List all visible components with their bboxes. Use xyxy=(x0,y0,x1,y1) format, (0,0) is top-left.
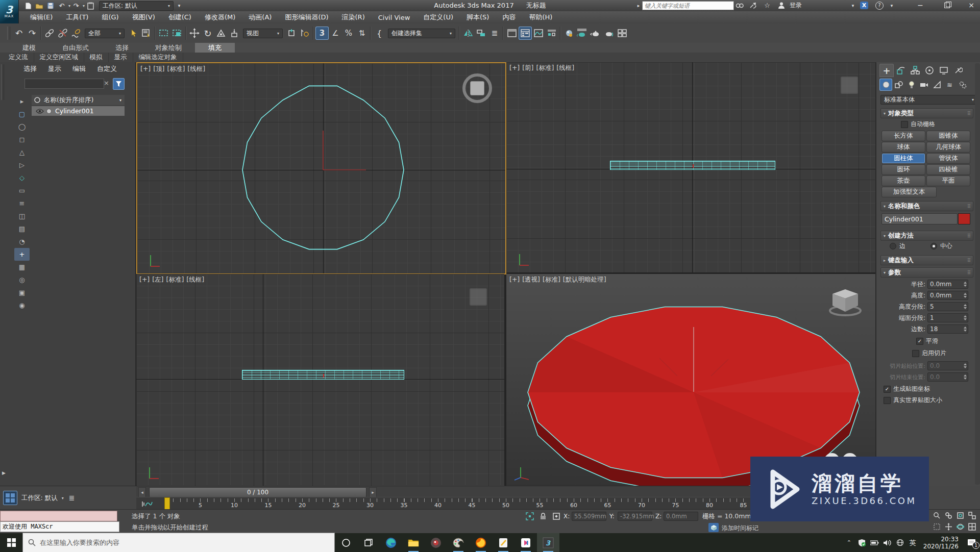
align-icon[interactable] xyxy=(475,27,488,40)
time-tag-cube-icon[interactable] xyxy=(708,523,719,532)
mirror-icon[interactable] xyxy=(461,27,475,40)
hierarchy-tab[interactable] xyxy=(908,64,922,77)
viewport-menu-plus[interactable]: [+] xyxy=(140,65,151,72)
viewport-top[interactable]: [+][顶][标准][线框] xyxy=(136,62,506,274)
viewport-menu-plus[interactable]: [+] xyxy=(509,275,520,283)
select-and-rotate-icon[interactable]: ↻ xyxy=(201,27,214,40)
notes-app-icon[interactable] xyxy=(492,533,514,552)
menu-item[interactable]: 视图(V) xyxy=(126,11,162,23)
viewport-shading[interactable]: [线框] xyxy=(187,65,205,72)
modify-tab[interactable] xyxy=(894,64,908,77)
manage-layers-icon[interactable]: ≣ xyxy=(488,27,501,40)
motion-tab[interactable] xyxy=(922,64,937,77)
undo-icon[interactable]: ↶ xyxy=(12,27,26,40)
spinner-arrows[interactable] xyxy=(963,281,967,287)
help-icon[interactable]: ? xyxy=(874,1,885,10)
maxscript-mini-listener-pink[interactable] xyxy=(0,511,117,521)
explorer-toolbar-icon[interactable]: ▦ xyxy=(14,261,30,273)
pyramid-button[interactable]: 四棱锥 xyxy=(926,164,970,175)
rendered-frame-window-icon[interactable] xyxy=(589,27,602,40)
viewport-shading[interactable]: [线框] xyxy=(556,64,574,71)
help-caret[interactable]: ▾ xyxy=(886,1,897,10)
unlink-selection-icon[interactable] xyxy=(56,27,69,40)
tube-button[interactable]: 管状体 xyxy=(926,153,970,164)
search-filter-icon[interactable] xyxy=(113,78,125,90)
exchange-apps-icon[interactable]: X xyxy=(857,1,871,10)
explorer-dock-grip[interactable] xyxy=(1,64,4,100)
edge-radio[interactable]: 边 xyxy=(890,242,905,250)
ime-indicator[interactable]: 英 xyxy=(906,533,919,552)
render-production-icon[interactable] xyxy=(602,27,616,40)
viewport-perspective[interactable]: [+][透视][标准][默认明暗处理] xyxy=(506,274,875,486)
teapot-button[interactable]: 茶壶 xyxy=(881,175,925,186)
time-slider[interactable]: 0 / 100 xyxy=(149,487,366,497)
edit-named-selection-sets-icon[interactable]: { xyxy=(373,27,386,40)
security-shield-icon[interactable] xyxy=(855,533,868,552)
explorer-toolbar-icon[interactable]: ▷ xyxy=(14,159,30,171)
spinner-snap-icon[interactable]: ⇅ xyxy=(355,27,369,40)
angle-snap-icon[interactable]: ∠ xyxy=(329,27,342,40)
battery-icon[interactable] xyxy=(868,533,881,552)
shapes-category-icon[interactable] xyxy=(892,79,905,91)
name-color-rollout[interactable]: ▾名称和颜色⠿ xyxy=(880,201,973,211)
viewport-shading[interactable]: [默认明暗处理] xyxy=(563,275,606,283)
menu-item[interactable]: 编辑(E) xyxy=(23,11,59,23)
rectangular-selection-region-icon[interactable] xyxy=(157,27,170,40)
menu-item[interactable]: 渲染(R) xyxy=(335,11,372,23)
signin-caret[interactable]: ▾ xyxy=(847,1,859,10)
zoom-extents-all-icon[interactable] xyxy=(966,510,978,521)
menu-item[interactable]: 修改器(M) xyxy=(198,11,242,23)
next-frame-button[interactable]: ▸ xyxy=(369,487,377,497)
explorer-toolbar-icon[interactable]: ◇ xyxy=(14,171,30,184)
explorer-menu-item[interactable]: 选择 xyxy=(23,64,37,73)
viewcube[interactable] xyxy=(462,73,492,103)
redo-icon[interactable]: ↷ xyxy=(26,27,39,40)
ribbon-subtab[interactable]: 编辑选定对象 xyxy=(133,53,183,62)
smooth-checkbox[interactable]: ✓平滑 xyxy=(916,337,938,345)
search-clear-icon[interactable]: × xyxy=(104,79,109,87)
maxscript-mini-listener-white[interactable]: 欢迎使用 MAXScr xyxy=(0,521,119,532)
viewcube[interactable] xyxy=(470,288,487,306)
3dsmax-taskbar-icon[interactable]: 3 xyxy=(537,533,559,552)
zoom-icon[interactable] xyxy=(931,510,943,521)
viewcube[interactable] xyxy=(841,77,858,94)
selection-filter-dropdown[interactable]: 全部▾ xyxy=(85,29,125,38)
menu-item[interactable]: 动画(A) xyxy=(242,11,278,23)
taskbar-search-box[interactable]: 在这里输入你要搜索的内容 xyxy=(22,533,335,552)
explorer-toolbar-icon[interactable]: ▣ xyxy=(14,286,30,299)
zoom-extents-icon[interactable] xyxy=(954,510,966,521)
explorer-toolbar-icon[interactable]: ◉ xyxy=(14,299,30,312)
task-view-button[interactable] xyxy=(357,533,380,552)
torus-button[interactable]: 圆环 xyxy=(881,164,925,175)
explorer-toolbar-icon[interactable]: ◔ xyxy=(14,235,30,248)
x-coord-field[interactable]: 55.509mm xyxy=(572,512,606,521)
select-and-place-icon[interactable] xyxy=(228,27,241,40)
orbit-icon[interactable] xyxy=(954,521,966,532)
viewport-style[interactable]: [标准] xyxy=(536,64,554,71)
menu-item[interactable]: 组(G) xyxy=(95,11,125,23)
select-and-scale-icon[interactable] xyxy=(214,27,228,40)
spinner-arrows[interactable] xyxy=(963,326,967,332)
viewport-style[interactable]: [标准] xyxy=(167,65,185,72)
reference-coordinate-dropdown[interactable]: 视图▾ xyxy=(243,29,283,38)
sign-in-user-icon[interactable] xyxy=(776,1,787,10)
window-crossing-icon[interactable] xyxy=(170,27,184,40)
select-by-name-icon[interactable] xyxy=(140,27,153,40)
infocenter-search-input[interactable] xyxy=(642,1,734,10)
menu-item[interactable]: 帮助(H) xyxy=(522,11,559,23)
schematic-view-icon[interactable] xyxy=(545,27,558,40)
object-name-field[interactable]: Cylinder001 xyxy=(881,213,958,224)
explorer-search-input[interactable] xyxy=(24,79,104,89)
menu-item[interactable]: Civil View xyxy=(372,11,417,23)
autogrid-checkbox[interactable]: 自动栅格 xyxy=(901,120,935,129)
geometry-category-icon[interactable] xyxy=(879,79,892,91)
geosphere-button[interactable]: 几何球体 xyxy=(926,142,970,153)
parameter-input[interactable]: 1 xyxy=(927,313,968,322)
parameter-input[interactable]: 0.0mm xyxy=(927,280,968,289)
select-and-manipulate-icon[interactable] xyxy=(298,27,311,40)
menu-item[interactable]: 创建(C) xyxy=(162,11,198,23)
viewport-shading[interactable]: [线框] xyxy=(186,275,204,283)
mini-curve-editor-icon[interactable] xyxy=(140,499,154,509)
minimize-button[interactable]: − xyxy=(912,0,929,10)
explorer-toolbar-icon[interactable]: ◯ xyxy=(14,120,30,133)
